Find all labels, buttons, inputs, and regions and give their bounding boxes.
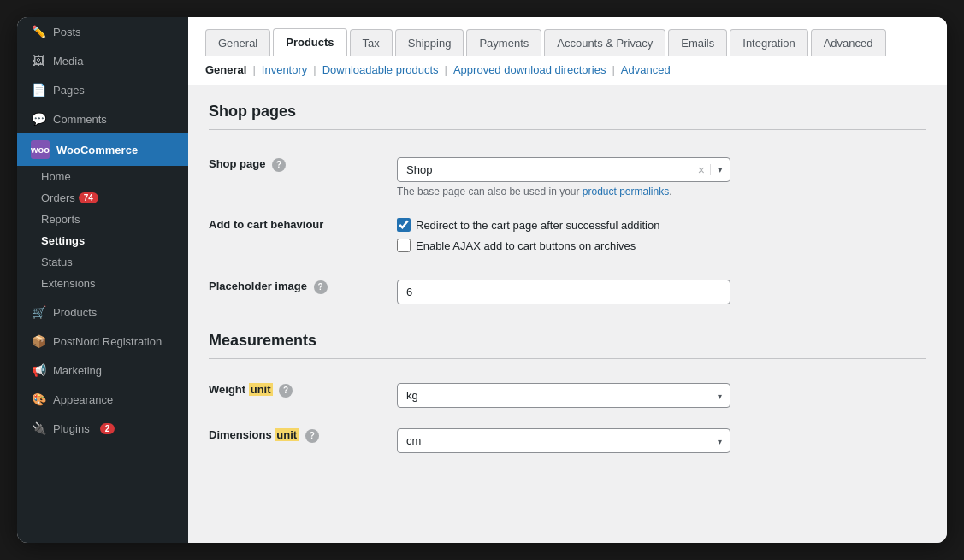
ajax-checkbox-text: Enable AJAX add to cart buttons on archi…: [416, 239, 636, 252]
sub-nav-general[interactable]: General: [205, 63, 246, 76]
comments-icon: 💬: [31, 111, 46, 127]
shop-pages-title: Shop pages: [209, 103, 926, 130]
media-icon: 🖼: [31, 53, 46, 68]
sidebar-sub-status[interactable]: Status: [17, 251, 188, 273]
weight-unit-select[interactable]: g kg lbs oz: [397, 383, 730, 408]
tab-general[interactable]: General: [205, 29, 270, 56]
sidebar-label-appearance: Appearance: [53, 393, 113, 406]
weight-unit-row: Weight unit ? g kg lbs oz: [209, 373, 926, 418]
sidebar-item-woocommerce[interactable]: woo WooCommerce: [17, 133, 188, 166]
measurements-form: Weight unit ? g kg lbs oz: [209, 373, 926, 463]
redirect-checkbox[interactable]: [397, 218, 411, 232]
pages-icon: 📄: [31, 82, 46, 97]
products-icon: 🛒: [31, 304, 46, 320]
appearance-icon: 🎨: [31, 392, 46, 407]
dimensions-unit-label: Dimensions unit: [209, 428, 302, 441]
sidebar-label-woocommerce: WooCommerce: [56, 144, 138, 156]
sub-nav-advanced[interactable]: Advanced: [621, 63, 671, 76]
tabs-bar: General Products Tax Shipping Payments A…: [188, 17, 947, 56]
shop-page-row: Shop page ? Shop × ▾ The base page can a…: [209, 147, 926, 208]
sidebar-item-postnord[interactable]: 📦 PostNord Registration: [17, 327, 188, 356]
settings-content: Shop pages Shop page ? Shop × ▾: [188, 85, 947, 480]
sidebar-item-comments[interactable]: 💬 Comments: [17, 104, 188, 133]
sidebar-item-pages[interactable]: 📄 Pages: [17, 75, 188, 104]
dimensions-unit-help-icon[interactable]: ?: [305, 429, 319, 443]
sidebar-label-marketing: Marketing: [53, 364, 102, 377]
sidebar-label-plugins: Plugins: [53, 422, 90, 435]
shop-page-clear-button[interactable]: ×: [693, 163, 710, 177]
add-to-cart-row: Add to cart behaviour Redirect to the ca…: [209, 208, 926, 269]
shop-page-label: Shop page: [209, 157, 265, 170]
shop-pages-form: Shop page ? Shop × ▾ The base page can a…: [209, 147, 926, 315]
dimensions-unit-row: Dimensions unit ? m cm mm: [209, 418, 926, 463]
orders-badge: 74: [79, 192, 98, 203]
sub-nav-inventory[interactable]: Inventory: [262, 63, 307, 76]
tab-tax[interactable]: Tax: [350, 29, 393, 56]
sidebar-sub-reports[interactable]: Reports: [17, 209, 188, 230]
product-permalinks-link[interactable]: product permalinks: [583, 186, 669, 197]
tab-emails[interactable]: Emails: [668, 29, 727, 56]
sidebar-item-plugins[interactable]: 🔌 Plugins 2: [17, 414, 188, 443]
main-content: General Products Tax Shipping Payments A…: [188, 17, 947, 543]
tab-shipping[interactable]: Shipping: [395, 29, 464, 56]
posts-icon: ✏️: [31, 24, 46, 39]
placeholder-image-row: Placeholder image ?: [209, 269, 926, 315]
placeholder-image-help-icon[interactable]: ?: [314, 280, 328, 294]
tab-payments[interactable]: Payments: [466, 29, 541, 56]
chevron-down-icon: ▾: [710, 164, 730, 175]
sidebar-label-postnord: PostNord Registration: [53, 335, 162, 348]
placeholder-image-input[interactable]: [397, 280, 730, 304]
shop-page-help-icon[interactable]: ?: [272, 158, 286, 172]
measurements-title: Measurements: [209, 332, 926, 359]
tab-products[interactable]: Products: [273, 28, 346, 56]
weight-unit-label: Weight unit: [209, 383, 275, 396]
sidebar-item-marketing[interactable]: 📢 Marketing: [17, 356, 188, 385]
dimensions-unit-select[interactable]: m cm mm in yd: [397, 428, 730, 453]
tab-integration[interactable]: Integration: [730, 29, 807, 56]
sub-nav-downloadable[interactable]: Downloadable products: [322, 63, 439, 76]
sidebar-item-media[interactable]: 🖼 Media: [17, 46, 188, 75]
sidebar-label-comments: Comments: [53, 113, 107, 126]
woo-icon: woo: [31, 140, 50, 159]
shop-page-value: Shop: [398, 158, 693, 181]
postnord-icon: 📦: [31, 333, 46, 349]
plugins-icon: 🔌: [31, 421, 46, 436]
redirect-checkbox-text: Redirect to the cart page after successf…: [416, 219, 659, 232]
sidebar-label-products: Products: [53, 306, 97, 319]
weight-unit-highlight: unit: [249, 383, 273, 396]
plugins-badge: 2: [100, 423, 115, 434]
sub-nav-approved[interactable]: Approved download directories: [453, 63, 606, 76]
sidebar-sub-settings[interactable]: Settings: [17, 230, 188, 251]
sidebar-label-media: Media: [53, 55, 83, 68]
tab-advanced[interactable]: Advanced: [811, 29, 886, 56]
redirect-checkbox-label[interactable]: Redirect to the cart page after successf…: [397, 218, 926, 232]
sidebar-item-posts[interactable]: ✏️ Posts: [17, 17, 188, 46]
weight-unit-help-icon[interactable]: ?: [279, 384, 293, 398]
sidebar-item-appearance[interactable]: 🎨 Appearance: [17, 385, 188, 414]
ajax-checkbox[interactable]: [397, 239, 411, 252]
shop-page-select-wrapper[interactable]: Shop × ▾: [397, 157, 730, 182]
sidebar-sub-orders[interactable]: Orders 74: [17, 187, 188, 209]
sidebar: ✏️ Posts 🖼 Media 📄 Pages 💬 Comments woo …: [17, 17, 188, 543]
sidebar-label-pages: Pages: [53, 84, 85, 97]
shop-page-description: The base page can also be used in your p…: [397, 186, 926, 197]
marketing-icon: 📢: [31, 363, 46, 378]
dimensions-unit-select-wrapper: m cm mm in yd ▾: [397, 428, 730, 453]
tab-accounts-privacy[interactable]: Accounts & Privacy: [544, 29, 665, 56]
placeholder-image-label: Placeholder image: [209, 280, 307, 292]
dimensions-unit-highlight: unit: [275, 428, 299, 441]
sidebar-sub-extensions[interactable]: Extensions: [17, 273, 188, 294]
add-to-cart-label: Add to cart behaviour: [209, 218, 323, 231]
ajax-checkbox-label[interactable]: Enable AJAX add to cart buttons on archi…: [397, 239, 926, 252]
sidebar-sub-home[interactable]: Home: [17, 166, 188, 187]
sidebar-label-posts: Posts: [53, 26, 81, 38]
sub-nav: General | Inventory | Downloadable produ…: [188, 56, 947, 85]
weight-unit-select-wrapper: g kg lbs oz ▾: [397, 383, 730, 408]
sidebar-item-products[interactable]: 🛒 Products: [17, 298, 188, 327]
